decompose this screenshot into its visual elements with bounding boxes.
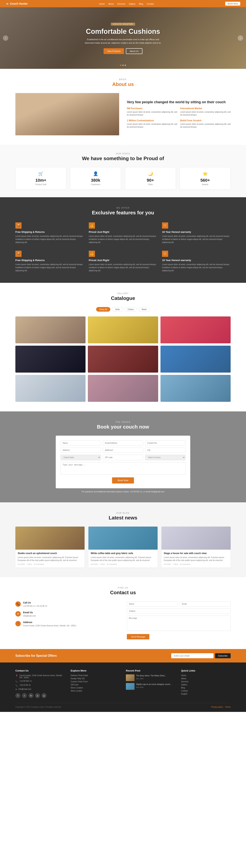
state-select[interactable]: United State: [61, 455, 101, 460]
news-card-3[interactable]: Stage a house for sale with couch view L…: [161, 527, 230, 567]
nav-about[interactable]: About: [108, 3, 114, 5]
footer-explore-link-5[interactable]: Store Location: [71, 687, 120, 689]
filter-all[interactable]: Shop All: [96, 307, 110, 312]
stats-label: Our Stats: [16, 153, 230, 155]
name-input[interactable]: [61, 440, 101, 446]
hero-dot-1[interactable]: [120, 65, 121, 66]
footer-explore-col: Explore More Delivery Final Guide Design…: [71, 669, 120, 698]
catalogue-item-9[interactable]: [160, 375, 230, 402]
hero-content: COUCH HUNTER Comfortable Cushions Establ…: [85, 22, 161, 54]
hero-next-button[interactable]: ›: [238, 35, 243, 41]
hero-dot-2[interactable]: [122, 65, 124, 66]
news-card-2[interactable]: White coffee table and grey fabric sofa …: [88, 527, 158, 567]
zip-input[interactable]: [103, 455, 143, 460]
about-feature-4-title: Build From Scratch: [180, 119, 231, 122]
feature-desc-6: Lorem ipsum dolor sit amet, consectetur …: [162, 263, 230, 272]
footer-quick-link-5[interactable]: Blog: [181, 687, 231, 689]
footer-quick-link-7[interactable]: English: [181, 693, 231, 695]
country-select[interactable]: Select Country: [145, 455, 185, 460]
contact-input[interactable]: [145, 440, 185, 446]
message-textarea[interactable]: [61, 462, 185, 475]
features-title: Exclusive features for you: [16, 210, 230, 216]
email-input[interactable]: [103, 440, 143, 446]
catalogue-item-3[interactable]: [160, 316, 230, 343]
catalogue-item-2[interactable]: [88, 316, 158, 343]
feature-title-3: 10 Year Honest warranty: [162, 230, 230, 234]
footer-explore-link-1[interactable]: Delivery Final Guide: [71, 674, 120, 677]
about-us-button[interactable]: About Us: [126, 48, 142, 54]
social-facebook[interactable]: f: [16, 693, 20, 698]
catalogue-item-1[interactable]: [16, 316, 86, 343]
nav-contact[interactable]: Contact: [147, 3, 154, 5]
contact-name-input[interactable]: [127, 601, 178, 607]
filter-chairs[interactable]: Chairs: [124, 307, 137, 312]
footer-recent-title: Recent Post: [126, 669, 176, 672]
contact-submit-button[interactable]: Send Message: [127, 634, 149, 640]
subscribe-input[interactable]: [171, 653, 214, 658]
footer-address-item: 📍 Couch hunter, 2106 Center Avenue stree…: [16, 674, 65, 679]
nav-gallery[interactable]: Gallery: [129, 3, 135, 5]
stat-card-4: ⭐ 560+ Awards: [180, 167, 230, 190]
about-label: Brief: [16, 79, 230, 81]
catalogue-item-7[interactable]: [16, 375, 86, 402]
social-google[interactable]: g: [41, 693, 47, 698]
stat-icon-1: 🛒: [20, 171, 62, 176]
footer-explore-link-6[interactable]: Store Locator: [71, 690, 120, 692]
hero-dot-3[interactable]: [125, 65, 126, 66]
catalogue-filters: Shop All Sofa Chairs Beds: [16, 307, 230, 312]
view-products-button[interactable]: View Products: [103, 48, 124, 54]
footer-quick-link-6[interactable]: Contact: [181, 690, 231, 692]
privacy-policy-link[interactable]: Privacy policy: [211, 706, 223, 708]
contact-subject-input[interactable]: [127, 609, 230, 614]
social-linkedin[interactable]: in: [28, 693, 33, 698]
news-meta-3: Oct 2020 7 Mins 16 comments: [164, 563, 228, 565]
booking-title: Book your couch now: [16, 424, 230, 430]
catalogue-item-6[interactable]: [160, 346, 230, 373]
footer-quick-link-1[interactable]: Home: [181, 674, 231, 677]
address-input[interactable]: [61, 447, 101, 453]
catalogue-image-3: [160, 316, 230, 343]
about-title: About us: [16, 81, 230, 87]
footer-news-item-2[interactable]: Nightly nap on an iconic designer couch.…: [126, 683, 176, 690]
form-row-3: United State Select Country: [61, 455, 185, 460]
footer-explore-link-3[interactable]: Custom Order Form: [71, 681, 120, 683]
social-pinterest[interactable]: p: [35, 693, 40, 698]
subscribe-button[interactable]: Subscribe: [215, 653, 230, 658]
hero-prev-button[interactable]: ‹: [3, 35, 8, 41]
footer-quick-link-2[interactable]: About: [181, 678, 231, 680]
contact-email-input[interactable]: [180, 601, 230, 607]
social-twitter[interactable]: t: [22, 693, 27, 698]
footer-explore-link-2[interactable]: Design Help 101: [71, 678, 120, 680]
catalogue-item-8[interactable]: [88, 375, 158, 402]
book-submit-button[interactable]: Book Now: [112, 477, 134, 484]
footer-news-item-1[interactable]: The dizzy dines. The Rideo Dines... Dec …: [126, 674, 176, 681]
catalogue-item-4[interactable]: [16, 346, 86, 373]
book-now-button[interactable]: Book Now: [225, 2, 240, 6]
feature-icon-6: 🛡: [162, 251, 168, 257]
footer-quick-link-4[interactable]: Gallery: [181, 684, 231, 686]
nav-home[interactable]: Home: [99, 3, 105, 5]
contact-email-text: Email Us info@mail.com: [23, 611, 36, 618]
form-row-2: [61, 447, 185, 453]
news-time-1: 7 Mins: [27, 563, 32, 565]
footer-quick-link-3[interactable]: Services: [181, 681, 231, 683]
address2-input[interactable]: [103, 447, 143, 453]
terms-link[interactable]: Terms: [225, 706, 230, 708]
filter-sofa[interactable]: Sofa: [112, 307, 123, 312]
news-card-1[interactable]: Studio couch an upholstered couch Lorem …: [16, 527, 85, 567]
contact-message-textarea[interactable]: [127, 616, 230, 631]
hero-buttons: View Products About Us: [85, 48, 161, 54]
footer-explore-link-4[interactable]: Gift Card: [71, 684, 120, 686]
catalogue-image-2: [88, 316, 158, 343]
stat-label-3: Cities: [129, 183, 172, 186]
city-input[interactable]: [145, 447, 185, 453]
feature-icon-3: 🛡: [162, 222, 168, 228]
feature-icon-1: 📦: [16, 222, 22, 228]
nav-services[interactable]: Services: [117, 3, 125, 5]
copyright-text: Copyright © 2022 Company name. All right…: [16, 706, 61, 708]
filter-beds[interactable]: Beds: [139, 307, 150, 312]
footer-phone-icon: 📞: [16, 680, 18, 683]
stat-label-2: Customers: [74, 183, 117, 186]
nav-blog[interactable]: Blog: [139, 3, 143, 5]
catalogue-item-5[interactable]: [88, 346, 158, 373]
